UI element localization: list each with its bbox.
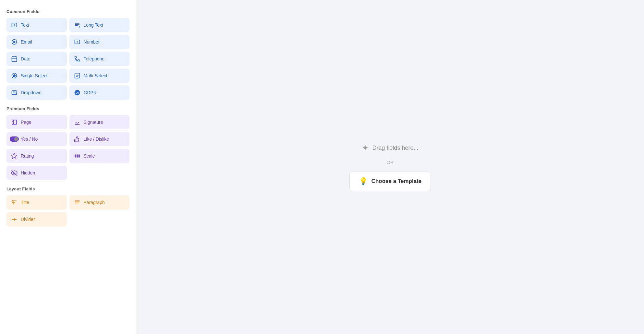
field-gdpr[interactable]: EU GDPR [69, 85, 130, 100]
svg-marker-11 [12, 153, 17, 159]
field-multi-select[interactable]: Multi-Select [69, 69, 130, 83]
svg-point-12 [75, 155, 76, 156]
choose-template-button[interactable]: 💡 Choose a Template [349, 172, 431, 191]
field-date[interactable]: Date [6, 52, 67, 66]
field-like-dislike[interactable]: Like / Dislike [69, 132, 130, 146]
gdpr-icon: EU [74, 89, 80, 96]
paragraph-icon [74, 199, 80, 206]
title-icon [11, 199, 18, 206]
field-yes-no[interactable]: Yes / No [6, 132, 67, 146]
telephone-icon [74, 56, 80, 62]
canvas-area: ✦ Drag fields here... OR 💡 Choose a Temp… [136, 0, 644, 334]
field-text-label: Text [21, 22, 29, 28]
svg-point-18 [75, 157, 76, 158]
canvas-empty-state: ✦ Drag fields here... OR 💡 Choose a Temp… [349, 143, 431, 191]
field-divider[interactable]: Divider [6, 212, 67, 226]
svg-point-15 [75, 154, 76, 155]
field-scale-label: Scale [84, 153, 95, 159]
scale-icon [74, 153, 80, 159]
like-dislike-icon [74, 136, 80, 142]
long-text-icon [74, 22, 80, 28]
field-date-label: Date [21, 56, 30, 61]
field-long-text[interactable]: Long Text [69, 18, 130, 32]
field-gdpr-label: GDPR [84, 90, 97, 95]
field-yes-no-label: Yes / No [21, 136, 38, 142]
date-icon [11, 56, 18, 62]
svg-point-13 [77, 155, 78, 156]
field-telephone-label: Telephone [84, 56, 105, 61]
multi-select-icon [74, 72, 80, 79]
field-dropdown[interactable]: Dropdown [6, 85, 67, 100]
field-rating[interactable]: Rating [6, 149, 67, 163]
premium-fields-section-title: Premium Fields [6, 106, 129, 111]
field-multi-select-label: Multi-Select [84, 73, 107, 78]
field-rating-label: Rating [21, 153, 34, 159]
svg-rect-7 [75, 73, 79, 78]
field-page-label: Page [21, 120, 31, 125]
field-long-text-label: Long Text [84, 22, 103, 28]
yes-no-icon [11, 136, 18, 142]
page-icon [11, 119, 18, 125]
field-single-select-label: Single-Select [21, 73, 48, 78]
field-divider-label: Divider [21, 217, 35, 222]
layout-fields-grid: Title Paragraph Divider [6, 195, 129, 226]
lightbulb-icon: 💡 [359, 177, 368, 186]
field-number-label: Number [84, 39, 100, 45]
field-paragraph-label: Paragraph [84, 200, 105, 205]
field-text[interactable]: Text [6, 18, 67, 32]
svg-point-14 [79, 155, 79, 156]
svg-point-19 [77, 157, 78, 158]
field-page[interactable]: Page [6, 115, 67, 129]
svg-point-20 [79, 157, 79, 158]
email-icon [11, 39, 18, 45]
sparkles-icon: ✦ [362, 143, 369, 153]
common-fields-section-title: Common Fields [6, 9, 129, 14]
signature-icon [74, 119, 80, 125]
number-icon [74, 39, 80, 45]
divider-icon [11, 216, 18, 223]
field-title-label: Title [21, 200, 29, 205]
common-fields-grid: Text Long Text Email Number [6, 18, 129, 100]
sidebar: Common Fields Text Long Text Email [0, 0, 136, 334]
svg-point-6 [13, 75, 16, 77]
drag-hint-text: Drag fields here... [372, 145, 418, 151]
dropdown-icon [11, 89, 18, 96]
field-dropdown-label: Dropdown [21, 90, 42, 95]
field-title[interactable]: Title [6, 195, 67, 210]
hidden-icon [11, 170, 18, 176]
field-like-dislike-label: Like / Dislike [84, 136, 109, 142]
svg-point-17 [79, 154, 79, 155]
svg-point-16 [77, 154, 78, 155]
field-hidden-label: Hidden [21, 170, 35, 175]
field-email[interactable]: Email [6, 35, 67, 49]
text-icon [11, 22, 18, 28]
field-number[interactable]: Number [69, 35, 130, 49]
choose-template-label: Choose a Template [371, 178, 422, 185]
field-hidden[interactable]: Hidden [6, 166, 67, 180]
field-email-label: Email [21, 39, 32, 45]
svg-rect-4 [12, 57, 17, 61]
rating-icon [11, 153, 18, 159]
premium-fields-grid: Page Signature Yes / No Like / Dislike [6, 115, 129, 180]
single-select-icon [11, 72, 18, 79]
field-signature-label: Signature [84, 120, 103, 125]
field-telephone[interactable]: Telephone [69, 52, 130, 66]
or-label: OR [386, 160, 394, 165]
drag-hint: ✦ Drag fields here... [362, 143, 418, 153]
svg-text:EU: EU [76, 91, 79, 94]
field-scale[interactable]: Scale [69, 149, 130, 163]
layout-fields-section-title: Layout Fields [6, 186, 129, 191]
field-single-select[interactable]: Single-Select [6, 69, 67, 83]
field-paragraph[interactable]: Paragraph [69, 195, 130, 210]
field-signature[interactable]: Signature [69, 115, 130, 129]
